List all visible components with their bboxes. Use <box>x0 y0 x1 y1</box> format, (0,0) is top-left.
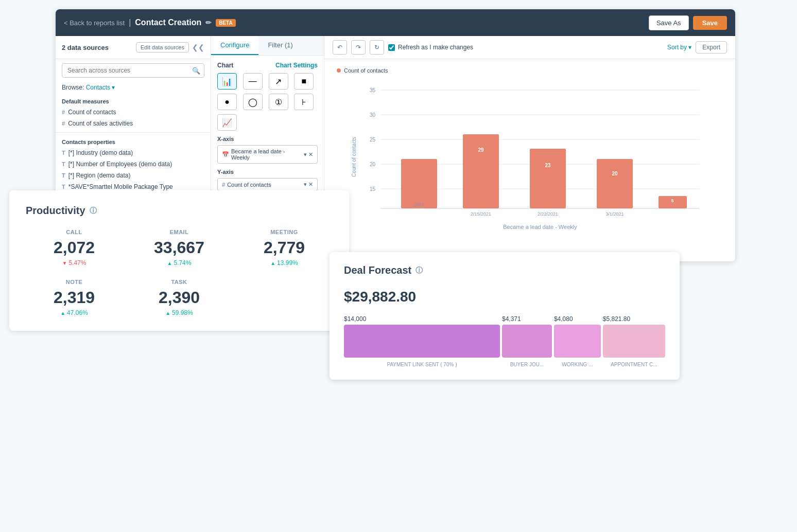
edit-data-sources-button[interactable]: Edit data sources <box>136 42 189 52</box>
chart-number-icon[interactable]: ① <box>269 94 288 110</box>
svg-text:3/1/2021: 3/1/2021 <box>605 211 623 217</box>
chart-settings-link[interactable]: Chart Settings <box>275 62 318 69</box>
report-title: Contact Creation ✏ BETA <box>135 18 235 27</box>
prod-meeting-pct: 13.99% <box>277 259 298 267</box>
refresh-checkbox-input[interactable] <box>388 44 395 51</box>
bar-31-2021 <box>597 159 633 208</box>
hash-icon: # <box>62 109 65 115</box>
xaxis-chevron[interactable]: ▾ <box>304 151 307 158</box>
svg-text:2/22/2021: 2/22/2021 <box>538 211 558 217</box>
save-as-button[interactable]: Save As <box>649 15 689 30</box>
chart-pie-icon[interactable]: ● <box>217 94 237 110</box>
sidebar-item-region[interactable]: T [*] Region (demo data) <box>56 170 211 181</box>
prod-note-value: 2,319 <box>26 288 123 307</box>
prod-task-value: 2,390 <box>131 288 228 307</box>
bar-name-2: WORKING ... <box>554 362 601 367</box>
undo-button[interactable]: ↶ <box>333 40 347 55</box>
report-header: < Back to reports list | Contact Creatio… <box>56 9 735 36</box>
report-title-text: Contact Creation <box>135 18 201 27</box>
yaxis-chevron[interactable]: ▾ <box>304 181 307 188</box>
bar-name-1: BUYER JOU... <box>502 362 552 367</box>
header-left: < Back to reports list | Contact Creatio… <box>64 18 236 27</box>
prod-email-value: 33,667 <box>131 238 228 257</box>
up-arrow-note: ▲ <box>60 310 65 316</box>
type-icon-t4: T <box>62 184 65 190</box>
xaxis-select[interactable]: 📅 Became a lead date - Weekly ▾ ✕ <box>217 145 318 164</box>
save-button[interactable]: Save <box>693 16 727 30</box>
prod-task-label: TASK <box>131 279 228 285</box>
tab-configure[interactable]: Configure <box>211 36 258 55</box>
bar-name-3: APPOINTMENT C... <box>603 362 665 367</box>
sidebar-item-count-contacts[interactable]: # Count of contacts <box>56 107 211 118</box>
chart-legend: Count of contacts <box>337 67 723 74</box>
xaxis-close[interactable]: ✕ <box>308 151 313 158</box>
collapse-sidebar-icon[interactable]: ❮❮ <box>192 43 204 51</box>
export-button[interactable]: Export <box>696 41 727 54</box>
svg-text:20: 20 <box>370 162 376 167</box>
sidebar-top: 2 data sources Edit data sources ❮❮ <box>56 36 211 59</box>
prod-call-label: CALL <box>26 229 123 235</box>
svg-text:Count of contacts: Count of contacts <box>351 137 357 177</box>
refresh-label-text: Refresh as I make changes <box>398 44 473 51</box>
down-arrow-call: ▼ <box>62 260 67 266</box>
forecast-info-icon[interactable]: ⓘ <box>415 266 423 275</box>
count-sales-label: Count of sales activities <box>68 120 133 127</box>
productivity-info-icon[interactable]: ⓘ <box>90 206 97 216</box>
forecast-title-text: Deal Forecast <box>344 264 411 276</box>
chart-line-icon[interactable]: ― <box>243 73 263 90</box>
bar-label-2: $4,080 <box>554 315 601 323</box>
bar-222-2021 <box>530 149 566 208</box>
region-label: [*] Region (demo data) <box>68 172 131 179</box>
chart-combo-icon[interactable]: 📈 <box>217 114 237 131</box>
default-measures-title: Default measures <box>56 95 211 107</box>
chart-area-icon[interactable]: ↗ <box>269 73 288 90</box>
sort-by-button[interactable]: Sort by ▾ <box>667 44 691 51</box>
prod-item-meeting: MEETING 2,779 ▲ 13.99% <box>236 229 333 267</box>
prod-item-call: CALL 2,072 ▼ 5.47% <box>26 229 123 267</box>
refresh-checkbox-label[interactable]: Refresh as I make changes <box>388 44 473 51</box>
back-to-reports-link[interactable]: < Back to reports list <box>64 19 125 27</box>
prod-email-change: ▲ 5.74% <box>131 259 228 267</box>
sidebar-item-industry[interactable]: T [*] Industry (demo data) <box>56 147 211 158</box>
yaxis-close[interactable]: ✕ <box>308 181 313 188</box>
svg-text:Became a lead date - Weekly: Became a lead date - Weekly <box>503 224 577 230</box>
yaxis-select[interactable]: # Count of contacts ▾ ✕ <box>217 178 318 191</box>
browse-contacts-link[interactable]: Contacts ▾ <box>86 84 115 91</box>
chart-table-icon[interactable]: ⊦ <box>294 94 314 110</box>
sidebar-item-employees[interactable]: T [*] Number of Employees (demo data) <box>56 158 211 170</box>
tab-filter[interactable]: Filter (1) <box>258 36 302 55</box>
type-icon-t3: T <box>62 172 65 179</box>
chart-content: Count of contacts 35 30 25 20 <box>324 59 735 261</box>
prod-meeting-value: 2,779 <box>236 238 333 257</box>
bar-215-2021 <box>463 134 499 208</box>
redo-button[interactable]: ↷ <box>351 40 366 55</box>
type-icon-t: T <box>62 150 65 156</box>
chart-stacked-icon[interactable]: ■ <box>294 73 314 90</box>
header-right: Save As Save <box>649 15 727 30</box>
svg-text:2/15/2021: 2/15/2021 <box>471 211 491 217</box>
search-input[interactable] <box>62 63 204 78</box>
deal-forecast-card: Deal Forecast ⓘ $29,882.80 $14,000 $4,37… <box>330 252 680 380</box>
yaxis-label: Y-axis <box>217 169 318 175</box>
prod-call-pct: 5.47% <box>68 259 86 267</box>
svg-text:35: 35 <box>370 87 376 93</box>
prod-task-pct: 59.98% <box>172 309 193 316</box>
edit-title-icon[interactable]: ✏ <box>205 19 212 27</box>
chart-bar-icon[interactable]: 📊 <box>217 73 237 90</box>
chart-section-label: Chart Chart Settings <box>217 62 318 69</box>
yaxis-select-inner: # Count of contacts <box>222 182 271 188</box>
bar-2021 <box>401 159 437 208</box>
chart-donut-icon[interactable]: ◯ <box>243 94 263 110</box>
bar-name-0: PAYMENT LINK SENT ( 70% ) <box>344 362 500 367</box>
prod-call-change: ▼ 5.47% <box>26 259 123 267</box>
forecast-bar-names: PAYMENT LINK SENT ( 70% ) BUYER JOU... W… <box>344 362 665 367</box>
svg-text:29: 29 <box>478 147 484 153</box>
sidebar-item-count-sales[interactable]: # Count of sales activities <box>56 118 211 129</box>
legend-label: Count of contacts <box>344 67 388 74</box>
prod-note-pct: 47.06% <box>67 309 88 316</box>
refresh-button[interactable]: ↻ <box>370 40 384 55</box>
search-icon: 🔍 <box>192 67 200 75</box>
toolbar-right: Sort by ▾ Export <box>667 41 727 54</box>
forecast-bar-3 <box>603 325 665 358</box>
prod-item-email: EMAIL 33,667 ▲ 5.74% <box>131 229 228 267</box>
